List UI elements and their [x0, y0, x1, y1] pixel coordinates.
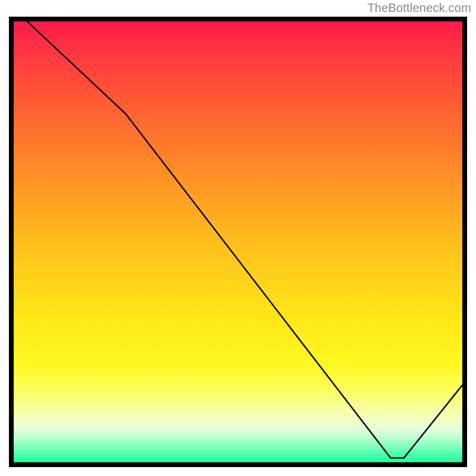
attribution-text: TheBottleneck.com: [367, 1, 471, 15]
chart-container: [9, 17, 467, 467]
chart-line-layer: [14, 21, 462, 462]
chart-series-curve: [27, 21, 462, 458]
